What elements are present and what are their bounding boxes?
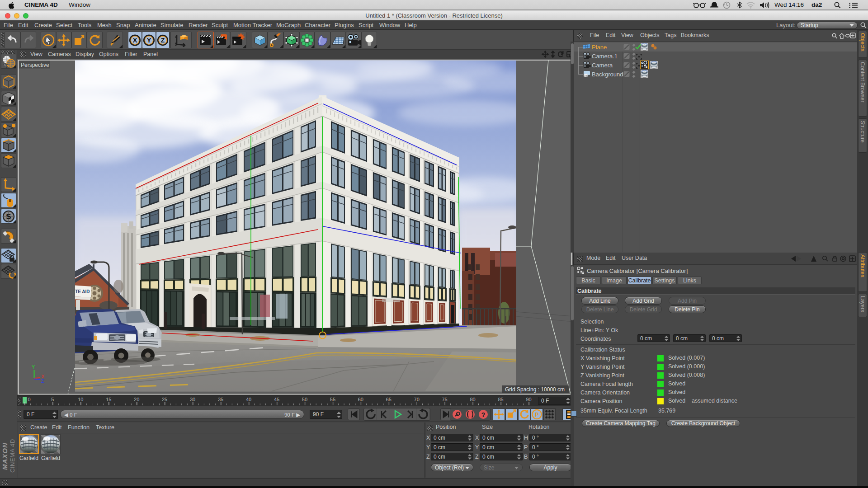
svg-text:Y: Y xyxy=(147,37,151,44)
svg-text:P: P xyxy=(535,412,538,418)
svg-text:45: 45 xyxy=(274,397,279,402)
svg-text:0: 0 xyxy=(28,397,30,402)
svg-text:85: 85 xyxy=(498,397,503,402)
svg-text:70: 70 xyxy=(414,397,420,402)
svg-text:50: 50 xyxy=(302,397,307,402)
svg-text:20: 20 xyxy=(134,397,139,402)
svg-text:S: S xyxy=(6,212,11,221)
svg-text:Y: Y xyxy=(32,364,35,370)
svg-text:25: 25 xyxy=(162,397,167,402)
svg-text:10: 10 xyxy=(78,397,83,402)
svg-text:55: 55 xyxy=(330,397,335,402)
svg-text:Z: Z xyxy=(161,37,165,44)
svg-text:Z: Z xyxy=(41,378,44,384)
svg-text:35: 35 xyxy=(218,397,223,402)
svg-text:60: 60 xyxy=(358,397,363,402)
svg-text:65: 65 xyxy=(386,397,392,402)
svg-text:?: ? xyxy=(481,411,485,418)
svg-text:Perspective: Perspective xyxy=(21,62,49,68)
svg-text:75: 75 xyxy=(442,397,447,402)
svg-text:Grid Spacing : 10000 cm: Grid Spacing : 10000 cm xyxy=(505,386,565,393)
svg-text:40: 40 xyxy=(246,397,251,402)
svg-text:80: 80 xyxy=(470,397,475,402)
svg-text:5: 5 xyxy=(51,397,54,402)
svg-text:ITE AID: ITE AID xyxy=(74,289,90,294)
svg-text:30: 30 xyxy=(190,397,195,402)
svg-text:15: 15 xyxy=(106,397,111,402)
svg-text:90: 90 xyxy=(526,397,531,402)
svg-text:X: X xyxy=(133,37,137,44)
